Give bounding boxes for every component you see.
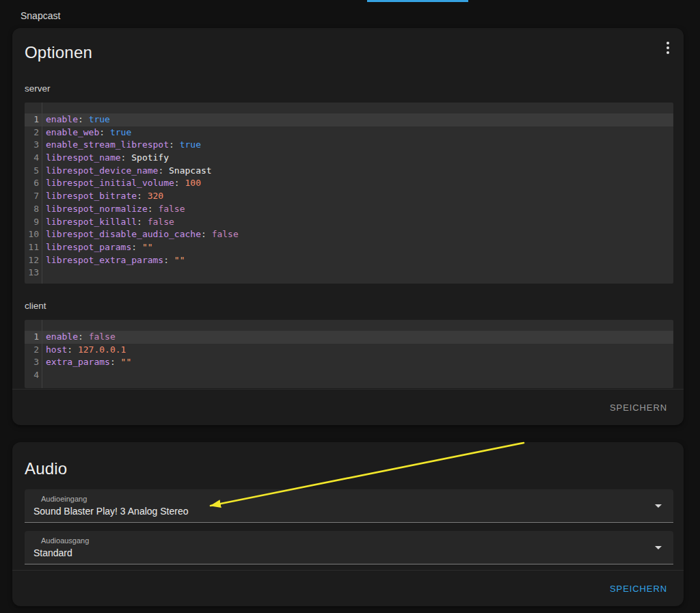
code-token: false xyxy=(89,331,116,342)
code-line[interactable]: extra_params: "" xyxy=(42,356,673,369)
code-token: false xyxy=(148,217,174,227)
options-card-actions: SPEICHERN xyxy=(12,389,684,425)
yaml-editor-server[interactable]: 12345678910111213 enable: trueenable_web… xyxy=(25,103,673,284)
code-token: : xyxy=(201,229,212,239)
line-number: 9 xyxy=(25,216,42,229)
code-line[interactable]: librespot_initial_volume: 100 xyxy=(42,177,673,190)
audio-card-title: Audio xyxy=(25,459,67,478)
code-line[interactable]: librespot_name: Spotify xyxy=(42,152,673,165)
code-line[interactable]: librespot_killall: false xyxy=(42,216,673,229)
audio-input-select[interactable]: Audioeingang Sound Blaster Play! 3 Analo… xyxy=(25,489,673,523)
code-token: : xyxy=(110,357,121,367)
code-token: : xyxy=(169,139,180,150)
code-line[interactable]: librespot_bitrate: 320 xyxy=(42,190,673,203)
code-token: true xyxy=(110,127,131,137)
audio-input-label: Audioeingang xyxy=(41,495,87,503)
line-number: 13 xyxy=(25,267,42,280)
code-token: : xyxy=(148,204,159,214)
code-token: Spotify xyxy=(131,152,169,163)
line-number: 1 xyxy=(25,113,42,126)
line-number: 12 xyxy=(25,254,42,267)
code-line[interactable] xyxy=(42,369,673,382)
code-line[interactable]: enable_web: true xyxy=(42,126,673,139)
editor-content: enable: falsehost: 127.0.0.1extra_params… xyxy=(42,320,673,388)
code-token: librespot_name xyxy=(46,152,121,163)
chevron-down-icon[interactable] xyxy=(655,504,662,508)
code-line[interactable]: host: 127.0.0.1 xyxy=(42,344,673,357)
kebab-dot xyxy=(667,51,669,54)
line-number: 3 xyxy=(25,356,42,369)
audio-card-actions: SPEICHERN xyxy=(12,570,684,606)
section-label-client: client xyxy=(25,301,46,311)
code-token: : xyxy=(99,127,110,137)
line-number: 2 xyxy=(25,344,42,357)
editor-gutter: 1234 xyxy=(25,320,42,388)
code-line[interactable]: librespot_params: "" xyxy=(42,241,673,254)
code-token: : xyxy=(131,242,142,252)
audio-output-label: Audioausgang xyxy=(41,536,89,545)
editor-content: enable: trueenable_web: trueenable_strea… xyxy=(42,103,673,284)
options-card-title: Optionen xyxy=(25,43,92,62)
code-token: : xyxy=(137,217,148,227)
line-number: 11 xyxy=(25,241,42,254)
code-line[interactable]: librespot_disable_audio_cache: false xyxy=(42,228,673,241)
code-token: : xyxy=(158,165,169,176)
section-label-server: server xyxy=(25,83,51,94)
code-token: "" xyxy=(142,242,153,252)
options-card: Optionen server 12345678910111213 enable… xyxy=(12,28,684,425)
code-token: librespot_params xyxy=(46,242,131,252)
code-token: : xyxy=(67,344,78,355)
code-line[interactable]: librespot_device_name: Snapcast xyxy=(42,165,673,178)
code-token: librespot_normalize xyxy=(46,204,148,214)
options-save-button[interactable]: SPEICHERN xyxy=(604,397,673,418)
code-token: "" xyxy=(121,357,132,367)
code-line[interactable] xyxy=(42,267,673,280)
code-token: librespot_bitrate xyxy=(46,191,137,201)
kebab-dot xyxy=(667,46,669,49)
line-number: 4 xyxy=(25,152,42,165)
code-token: : xyxy=(78,114,89,124)
line-number: 1 xyxy=(25,331,42,344)
code-token: enable xyxy=(46,114,78,124)
code-token: librespot_initial_volume xyxy=(46,178,174,188)
line-number: 8 xyxy=(25,203,42,216)
code-token: Snapcast xyxy=(169,165,212,176)
code-token: : xyxy=(174,178,185,188)
active-tab-indicator xyxy=(367,0,468,2)
code-line[interactable]: librespot_extra_params: "" xyxy=(42,254,673,267)
code-token: true xyxy=(89,114,110,124)
line-number: 3 xyxy=(25,139,42,152)
line-number: 7 xyxy=(25,190,42,203)
code-token: librespot_extra_params xyxy=(46,255,163,265)
line-number: 6 xyxy=(25,177,42,190)
code-token: 127.0.0.1 xyxy=(78,344,126,355)
code-token: true xyxy=(180,139,201,150)
audio-input-value: Sound Blaster Play! 3 Analog Stereo xyxy=(33,506,188,517)
audio-output-select[interactable]: Audioausgang Standard xyxy=(25,531,673,564)
yaml-editor-client[interactable]: 1234 enable: falsehost: 127.0.0.1extra_p… xyxy=(25,320,673,388)
code-line[interactable]: enable_stream_librespot: true xyxy=(42,139,673,152)
page: Snapcast Optionen server 123456789101112… xyxy=(0,0,700,613)
audio-card: Audio Audioeingang Sound Blaster Play! 3… xyxy=(12,442,684,606)
code-token: false xyxy=(158,204,185,214)
code-token: 320 xyxy=(148,191,163,201)
line-number: 4 xyxy=(25,369,42,382)
code-line[interactable]: enable: true xyxy=(42,113,673,126)
chevron-down-icon[interactable] xyxy=(655,546,662,549)
audio-save-button[interactable]: SPEICHERN xyxy=(604,578,673,599)
code-line[interactable]: librespot_normalize: false xyxy=(42,203,673,216)
kebab-dot xyxy=(667,42,669,44)
audio-output-value: Standard xyxy=(33,547,72,558)
code-token: librespot_disable_audio_cache xyxy=(46,229,201,239)
code-token: : xyxy=(78,331,89,342)
line-number: 2 xyxy=(25,126,42,139)
code-line[interactable]: enable: false xyxy=(42,331,673,344)
code-token: host xyxy=(46,344,67,355)
code-token: extra_params xyxy=(46,357,110,367)
code-token: : xyxy=(121,152,132,163)
code-token: enable_stream_librespot xyxy=(46,139,169,150)
line-number: 10 xyxy=(25,228,42,241)
kebab-menu-icon[interactable] xyxy=(655,35,681,61)
code-token: : xyxy=(137,191,148,201)
code-token: : xyxy=(163,255,174,265)
